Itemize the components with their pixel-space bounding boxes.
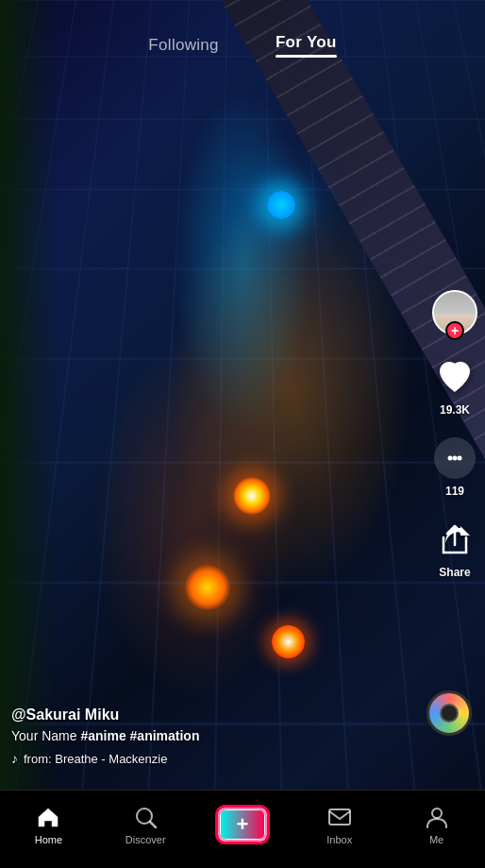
music-text: from: Breathe - Mackenzie bbox=[24, 752, 167, 766]
nav-home[interactable]: Home bbox=[20, 804, 76, 845]
music-scroll: from: Breathe - Mackenzie bbox=[24, 752, 167, 766]
share-label: Share bbox=[439, 566, 470, 579]
top-nav: Following For You bbox=[0, 0, 485, 76]
inbox-label: Inbox bbox=[326, 834, 352, 845]
inbox-icon bbox=[326, 804, 353, 830]
home-label: Home bbox=[35, 834, 62, 845]
svg-point-6 bbox=[432, 808, 442, 818]
explosion-3 bbox=[272, 625, 305, 658]
glowing-orb bbox=[267, 191, 295, 219]
caption: Your Name #anime #animation bbox=[11, 728, 414, 743]
home-icon bbox=[35, 804, 61, 830]
like-count: 19.3K bbox=[440, 403, 470, 417]
nav-discover[interactable]: Discover bbox=[117, 804, 174, 845]
music-note-icon: ♪ bbox=[11, 751, 18, 766]
share-icon-wrap bbox=[432, 517, 477, 562]
explosion-1 bbox=[233, 477, 271, 515]
hashtags[interactable]: #anime #animation bbox=[80, 728, 199, 743]
plus-icon: + bbox=[237, 814, 249, 835]
me-label: Me bbox=[429, 834, 443, 845]
right-actions: + 19.3K 119 bbox=[432, 290, 477, 579]
comment-bubble bbox=[434, 437, 476, 479]
heart-icon bbox=[434, 356, 476, 398]
nav-me[interactable]: Me bbox=[409, 804, 465, 845]
discover-icon bbox=[132, 804, 159, 830]
avatar-hair bbox=[434, 292, 476, 315]
share-icon bbox=[434, 519, 476, 560]
svg-point-1 bbox=[453, 455, 458, 460]
svg-line-4 bbox=[150, 822, 156, 827]
comment-icon-wrap bbox=[432, 435, 477, 481]
following-tab[interactable]: Following bbox=[148, 36, 219, 55]
comment-icon bbox=[443, 446, 467, 470]
nav-create[interactable]: + bbox=[214, 808, 271, 842]
profile-avatar-btn[interactable]: + bbox=[432, 290, 477, 335]
music-disc-inner bbox=[440, 704, 459, 723]
heart-icon-wrap bbox=[432, 354, 477, 400]
svg-rect-5 bbox=[329, 809, 350, 825]
bottom-nav: Home Discover + Inbox bbox=[0, 790, 485, 868]
comment-count: 119 bbox=[445, 485, 464, 498]
avatar-wrap: + bbox=[432, 290, 477, 335]
like-btn[interactable]: 19.3K bbox=[432, 354, 477, 417]
svg-point-2 bbox=[458, 455, 462, 460]
music-disc[interactable] bbox=[426, 690, 472, 736]
user-info: @Sakurai Miku Your Name #anime #animatio… bbox=[11, 706, 414, 766]
for-you-tab[interactable]: For You bbox=[276, 33, 337, 58]
profile-icon bbox=[424, 804, 450, 830]
comment-btn[interactable]: 119 bbox=[432, 435, 477, 498]
discover-label: Discover bbox=[125, 834, 166, 845]
caption-text: Your Name bbox=[11, 728, 80, 743]
svg-point-0 bbox=[448, 455, 453, 460]
share-btn[interactable]: Share bbox=[432, 517, 477, 579]
music-info[interactable]: ♪ from: Breathe - Mackenzie bbox=[11, 751, 414, 766]
create-button[interactable]: + bbox=[218, 808, 267, 842]
nav-inbox[interactable]: Inbox bbox=[311, 804, 368, 845]
follow-plus-badge[interactable]: + bbox=[445, 321, 464, 340]
username[interactable]: @Sakurai Miku bbox=[11, 706, 414, 723]
